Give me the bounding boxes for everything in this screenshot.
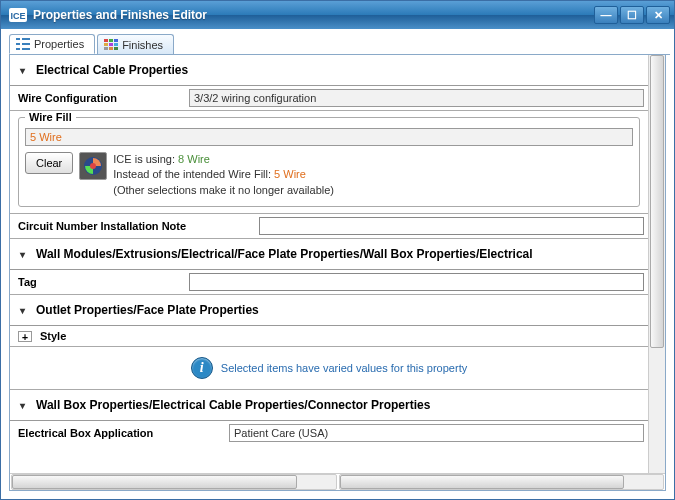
list-icon bbox=[16, 38, 30, 50]
vertical-scrollbar[interactable] bbox=[648, 55, 665, 473]
app-icon: ICE bbox=[9, 8, 27, 22]
wire-configuration-value[interactable]: 3/3/2 wiring configuration bbox=[189, 89, 644, 107]
tabstrip: Properties Finishes bbox=[9, 34, 670, 55]
minimize-button[interactable]: — bbox=[594, 6, 618, 24]
close-button[interactable]: ✕ bbox=[646, 6, 670, 24]
scrollbar-thumb[interactable] bbox=[340, 475, 625, 489]
varied-note-text: Selected items have varied values for th… bbox=[221, 362, 467, 374]
row-tag: Tag bbox=[10, 270, 648, 295]
wire-fill-legend: Wire Fill bbox=[25, 111, 76, 123]
circuit-note-input[interactable] bbox=[259, 217, 644, 235]
tag-label: Tag bbox=[10, 272, 185, 292]
scrollbar-thumb[interactable] bbox=[12, 475, 297, 489]
tag-input[interactable] bbox=[189, 273, 644, 291]
svg-rect-2 bbox=[16, 38, 20, 40]
row-box-application: Electrical Box Application Patient Care … bbox=[10, 421, 648, 445]
scrollbar-thumb[interactable] bbox=[650, 55, 664, 348]
svg-text:ICE: ICE bbox=[10, 11, 25, 21]
svg-rect-4 bbox=[16, 43, 20, 45]
svg-rect-9 bbox=[109, 39, 113, 42]
horizontal-scrollbar-left[interactable] bbox=[11, 474, 337, 490]
wire-fill-info: Clear ICE is using: 8 Wire Instead of th… bbox=[25, 152, 633, 198]
window: ICE Properties and Finishes Editor — ☐ ✕… bbox=[0, 0, 675, 500]
svg-rect-3 bbox=[22, 38, 30, 40]
section-electrical-cable[interactable]: ▾ Electrical Cable Properties bbox=[10, 55, 648, 86]
wire-configuration-label: Wire Configuration bbox=[10, 88, 185, 108]
row-circuit-number-note: Circuit Number Installation Note bbox=[10, 213, 648, 239]
box-application-label: Electrical Box Application bbox=[10, 423, 225, 443]
svg-rect-15 bbox=[109, 47, 113, 50]
tab-properties[interactable]: Properties bbox=[9, 34, 95, 54]
properties-panel: ▾ Electrical Cable Properties Wire Confi… bbox=[9, 54, 666, 491]
svg-rect-16 bbox=[114, 47, 118, 50]
svg-point-18 bbox=[90, 163, 96, 169]
grid-icon bbox=[104, 39, 118, 51]
svg-rect-14 bbox=[104, 47, 108, 50]
window-controls: — ☐ ✕ bbox=[594, 6, 670, 24]
circuit-note-label: Circuit Number Installation Note bbox=[10, 216, 255, 236]
style-label: Style bbox=[40, 330, 66, 342]
horizontal-scrollbar-right[interactable] bbox=[339, 474, 665, 490]
row-wire-configuration: Wire Configuration 3/3/2 wiring configur… bbox=[10, 86, 648, 111]
wire-fill-group: Wire Fill 5 Wire Clear ICE is using: 8 W… bbox=[18, 117, 640, 207]
row-style: + Style bbox=[10, 326, 648, 347]
titlebar[interactable]: ICE Properties and Finishes Editor — ☐ ✕ bbox=[1, 1, 674, 29]
tab-properties-label: Properties bbox=[34, 38, 84, 50]
expand-icon[interactable]: + bbox=[18, 331, 32, 342]
box-application-value[interactable]: Patient Care (USA) bbox=[229, 424, 644, 442]
svg-rect-8 bbox=[104, 39, 108, 42]
maximize-button[interactable]: ☐ bbox=[620, 6, 644, 24]
horizontal-scrollbars bbox=[10, 473, 665, 490]
info-icon: i bbox=[191, 357, 213, 379]
section-wall-modules[interactable]: ▾ Wall Modules/Extrusions/Electrical/Fac… bbox=[10, 239, 648, 270]
svg-rect-13 bbox=[114, 43, 118, 46]
properties-scrollpane[interactable]: ▾ Electrical Cable Properties Wire Confi… bbox=[10, 55, 665, 473]
chevron-down-icon: ▾ bbox=[20, 249, 36, 260]
content-frame: Properties Finishes ▾ Electrical Cable P… bbox=[1, 29, 674, 499]
section-title: Wall Box Properties/Electrical Cable Pro… bbox=[36, 398, 430, 412]
section-title: Outlet Properties/Face Plate Properties bbox=[36, 303, 259, 317]
svg-rect-5 bbox=[22, 43, 30, 45]
chevron-down-icon: ▾ bbox=[20, 400, 36, 411]
chevron-down-icon: ▾ bbox=[20, 65, 36, 76]
palette-icon bbox=[79, 152, 107, 180]
window-title: Properties and Finishes Editor bbox=[31, 8, 594, 22]
varied-values-note: i Selected items have varied values for … bbox=[10, 347, 648, 389]
svg-rect-12 bbox=[109, 43, 113, 46]
chevron-down-icon: ▾ bbox=[20, 305, 36, 316]
svg-rect-10 bbox=[114, 39, 118, 42]
tab-finishes-label: Finishes bbox=[122, 39, 163, 51]
section-outlet-properties[interactable]: ▾ Outlet Properties/Face Plate Propertie… bbox=[10, 295, 648, 326]
tab-finishes[interactable]: Finishes bbox=[97, 34, 174, 54]
section-wall-box-properties[interactable]: ▾ Wall Box Properties/Electrical Cable P… bbox=[10, 389, 648, 421]
clear-button[interactable]: Clear bbox=[25, 152, 73, 174]
wire-fill-info-text: ICE is using: 8 Wire Instead of the inte… bbox=[113, 152, 334, 198]
svg-rect-7 bbox=[22, 48, 30, 50]
section-title: Electrical Cable Properties bbox=[36, 63, 188, 77]
svg-rect-6 bbox=[16, 48, 20, 50]
svg-rect-11 bbox=[104, 43, 108, 46]
wire-fill-value[interactable]: 5 Wire bbox=[25, 128, 633, 146]
section-title: Wall Modules/Extrusions/Electrical/Face … bbox=[36, 247, 533, 261]
